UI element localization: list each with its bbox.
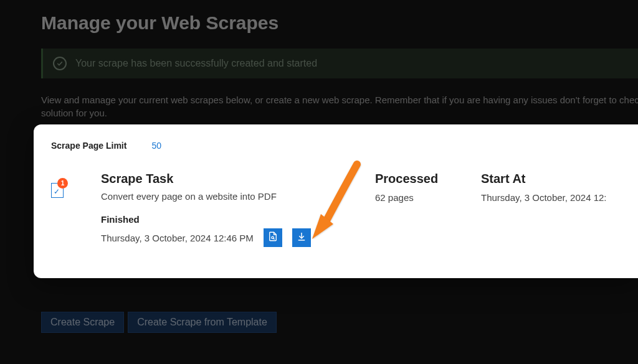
create-scrape-button[interactable]: Create Scrape [41, 312, 124, 333]
task-description: Convert every page on a website into PDF [101, 191, 375, 202]
processed-value: 62 pages [375, 192, 481, 203]
scrape-card: Scrape Page Limit 50 ✓ 1 Scrape Task Con… [34, 124, 638, 278]
page-limit-label: Scrape Page Limit [51, 141, 126, 151]
alert-message: Your scrape has been successfully create… [75, 58, 317, 69]
view-results-button[interactable] [264, 228, 282, 247]
svg-line-1 [274, 238, 275, 240]
start-at-value: Thursday, 3 October, 2024 12: [481, 192, 621, 203]
page-limit-value[interactable]: 50 [151, 141, 161, 151]
page-title: Manage your Web Scrapes [41, 12, 638, 34]
notification-badge: 1 [57, 178, 68, 189]
document-search-icon [267, 231, 279, 245]
download-button[interactable] [292, 228, 311, 247]
finished-label: Finished [101, 214, 375, 225]
start-at-label: Start At [481, 172, 621, 186]
svg-point-0 [272, 236, 274, 238]
create-from-template-button[interactable]: Create Scrape from Template [128, 312, 277, 333]
finished-timestamp: Thursday, 3 October, 2024 12:46 PM [101, 233, 254, 243]
document-icon-wrap: ✓ 1 [51, 183, 64, 198]
download-icon [296, 231, 307, 245]
task-title: Scrape Task [101, 172, 375, 186]
checkmark-circle-icon [53, 57, 67, 70]
task-row: ✓ 1 Scrape Task Convert every page on a … [51, 172, 621, 247]
success-alert: Your scrape has been successfully create… [41, 49, 638, 78]
processed-label: Processed [375, 172, 481, 186]
intro-paragraph-1: View and manage your current web scrapes… [41, 93, 638, 119]
